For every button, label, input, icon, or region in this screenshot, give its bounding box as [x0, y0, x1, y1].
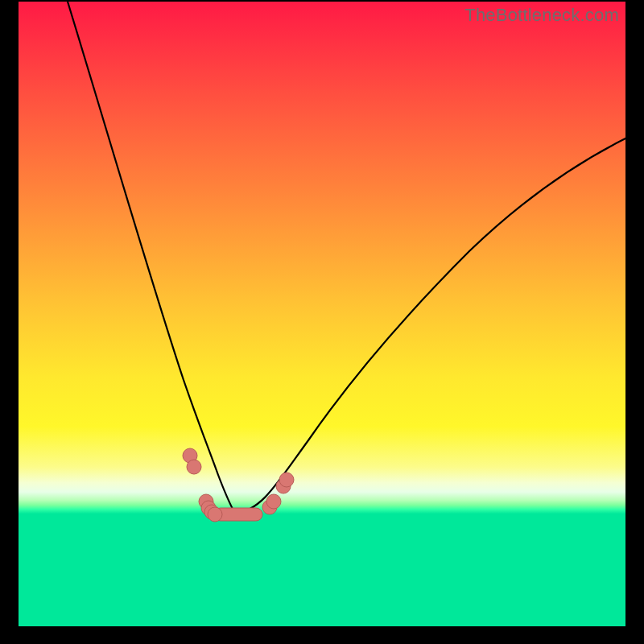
marker-dot — [266, 494, 281, 509]
bottleneck-curve — [19, 2, 625, 626]
plot-area: TheBottleneck.com — [19, 2, 625, 626]
marker-dot — [187, 460, 201, 474]
marker-dot — [208, 507, 222, 522]
marker-dot — [279, 473, 294, 487]
curve-left-branch — [68, 2, 235, 514]
curve-right-branch — [235, 138, 625, 514]
